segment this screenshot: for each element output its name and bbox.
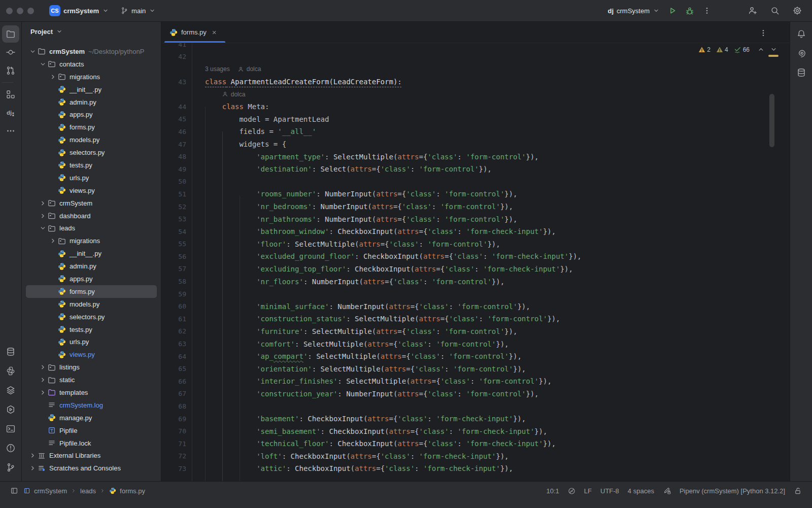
code-line-47[interactable]: 47 widgets = {	[162, 138, 790, 151]
chevron-collapsed-icon[interactable]	[38, 212, 48, 220]
status-encoding[interactable]: UTF-8	[600, 487, 619, 495]
code-text[interactable]: 'basement': CheckboxInput(attrs={'class'…	[205, 415, 526, 423]
tree-item-tests-py[interactable]: tests.py	[26, 159, 157, 172]
code-line-56[interactable]: 56 'excluded_ground_floor': CheckboxInpu…	[162, 250, 790, 263]
run-configuration-selector[interactable]: dj crmSystem	[604, 5, 663, 17]
line-number[interactable]: 43	[162, 78, 205, 86]
line-number[interactable]: 73	[162, 465, 205, 472]
code-line-66[interactable]: 66 'interior_finishes': SelectMultiple(a…	[162, 375, 790, 388]
code-text[interactable]: 'rooms_number': NumberInput(attrs={'clas…	[205, 190, 517, 198]
tree-item-migrations[interactable]: migrations	[26, 71, 157, 83]
code-line-58[interactable]: 58 'nr_floors': NumberInput(attrs={'clas…	[162, 275, 790, 288]
code-with-me-button[interactable]	[745, 3, 760, 18]
tree-item-urls-py[interactable]: urls.py	[26, 335, 157, 348]
tree-item-admin-py[interactable]: admin.py	[26, 260, 157, 273]
line-number[interactable]: 47	[162, 141, 205, 148]
code-text[interactable]: 'semi_basement': CheckboxInput(attrs={'c…	[205, 427, 547, 435]
breadcrumb-forms-py[interactable]: forms.py	[120, 487, 145, 495]
code-line-70[interactable]: 70 'semi_basement': CheckboxInput(attrs=…	[162, 425, 790, 437]
branch-selector[interactable]: main	[117, 5, 159, 17]
line-number[interactable]: 67	[162, 390, 205, 397]
code-vision-inlay[interactable]: 3 usagesdolca	[162, 63, 790, 76]
tree-item-templates[interactable]: templates	[26, 386, 157, 399]
code-line-68[interactable]: 68	[162, 400, 790, 413]
line-number[interactable]: 53	[162, 215, 205, 223]
prev-problem-icon[interactable]	[757, 46, 765, 53]
tree-item-views-py[interactable]: views.py	[26, 184, 157, 197]
code-line-49[interactable]: 49 'destination': Select(attrs={'class':…	[162, 163, 790, 176]
code-text[interactable]: 'construction_year': NumberInput(attrs={…	[205, 390, 539, 398]
tree-item-urls-py[interactable]: urls.py	[26, 172, 157, 184]
code-line-43[interactable]: 43class ApartmentLeadCreateForm(LeadCrea…	[162, 76, 790, 88]
status-caret-position[interactable]: 10:1	[547, 487, 559, 495]
tool-button-notifications[interactable]	[793, 25, 810, 43]
line-number[interactable]: 48	[162, 153, 205, 160]
tree-item-models-py[interactable]: models.py	[26, 133, 157, 146]
zoom-window-button[interactable]	[27, 8, 34, 14]
chevron-expanded-icon[interactable]	[38, 60, 48, 68]
line-number[interactable]: 44	[162, 103, 205, 111]
chevron-expanded-icon[interactable]	[38, 224, 48, 232]
tool-button-django-structure[interactable]: dj	[2, 104, 19, 121]
code-line-51[interactable]: 51 'rooms_number': NumberInput(attrs={'c…	[162, 188, 790, 200]
tool-button-python-console[interactable]	[2, 362, 19, 380]
code-line-69[interactable]: 69 'basement': CheckboxInput(attrs={'cla…	[162, 413, 790, 425]
tool-button-structure[interactable]	[2, 86, 19, 103]
chevron-collapsed-icon[interactable]	[48, 73, 58, 81]
line-number[interactable]: 51	[162, 190, 205, 198]
tree-item-tests-py[interactable]: tests.py	[26, 323, 157, 336]
tool-button-database[interactable]	[793, 64, 810, 81]
tool-button-commit[interactable]	[2, 44, 19, 61]
tree-item-forms-py[interactable]: forms.py	[26, 285, 157, 298]
tree-item-models-py[interactable]: models.py	[26, 298, 157, 311]
minimize-window-button[interactable]	[17, 8, 23, 14]
tool-button-python-packages[interactable]	[2, 382, 19, 399]
chevron-collapsed-icon[interactable]	[38, 363, 48, 371]
author-hint[interactable]: dolca	[247, 65, 261, 73]
close-window-button[interactable]	[6, 8, 13, 14]
code-text[interactable]: 'nr_bathrooms': NumberInput(attrs={'clas…	[205, 215, 517, 223]
code-text[interactable]: 'ap_compart': SelectMultiple(attrs={'cla…	[205, 352, 522, 360]
inspection-grammar-ok[interactable]: 66	[734, 46, 750, 53]
status-indent-lock[interactable]	[663, 487, 671, 495]
tool-button-problems[interactable]	[2, 439, 19, 457]
code-editor[interactable]: 41423 usagesdolca43class ApartmentLeadCr…	[162, 43, 790, 481]
line-number[interactable]: 42	[162, 53, 205, 60]
code-text[interactable]: 'bathroom_window': CheckboxInput(attrs={…	[205, 227, 556, 235]
tree-item-pipfile-lock[interactable]: Pipfile.lock	[26, 437, 157, 450]
inspections-widget[interactable]: 2466	[698, 46, 777, 53]
chevron-collapsed-icon[interactable]	[28, 464, 38, 472]
line-number[interactable]: 61	[162, 315, 205, 323]
status-line-separator[interactable]: LF	[584, 487, 592, 495]
tool-button-terminal[interactable]	[2, 420, 19, 437]
tree-item-apps-py[interactable]: apps.py	[26, 273, 157, 285]
tool-button-version-control[interactable]	[2, 459, 19, 476]
editor-tab-forms-py[interactable]: forms.py ×	[162, 22, 228, 43]
code-line-73[interactable]: 73 'attic': CheckboxInput(attrs={'class'…	[162, 462, 790, 475]
code-line-60[interactable]: 60 'minimal_surface': NumberInput(attrs=…	[162, 300, 790, 313]
tree-item-selectors-py[interactable]: selectors.py	[26, 311, 157, 323]
line-number[interactable]: 71	[162, 440, 205, 448]
line-number[interactable]: 68	[162, 402, 205, 410]
settings-button[interactable]	[790, 3, 805, 18]
line-number[interactable]: 54	[162, 228, 205, 235]
status-highlighting-level[interactable]	[568, 487, 576, 495]
more-actions-button[interactable]	[699, 3, 715, 18]
code-text[interactable]: 'comfort': SelectMultiple(attrs={'class'…	[205, 340, 509, 348]
code-line-48[interactable]: 48 'apartment_type': SelectMultiple(attr…	[162, 150, 790, 163]
tree-item-migrations[interactable]: migrations	[26, 234, 157, 247]
project-selector[interactable]: CS crmSystem	[46, 3, 112, 18]
code-text[interactable]: 'furniture': SelectMultiple(attrs={'clas…	[205, 327, 517, 335]
code-line-41[interactable]: 41	[162, 43, 790, 51]
line-number[interactable]: 56	[162, 253, 205, 260]
tool-button-ai-assistant[interactable]	[793, 45, 810, 62]
tool-windows-icon[interactable]	[8, 485, 20, 497]
code-line-72[interactable]: 72 'loft': CheckboxInput(attrs={'class':…	[162, 450, 790, 463]
tree-item-leads[interactable]: leads	[26, 222, 157, 234]
line-number[interactable]: 55	[162, 240, 205, 248]
tree-item-listings[interactable]: listings	[26, 361, 157, 374]
tree-item-dashboard[interactable]: dashboard	[26, 210, 157, 222]
tool-button-services[interactable]	[2, 401, 19, 418]
code-text[interactable]: class Meta:	[205, 103, 269, 111]
code-text[interactable]: 'excluding_top_floor': CheckboxInput(att…	[205, 265, 573, 273]
